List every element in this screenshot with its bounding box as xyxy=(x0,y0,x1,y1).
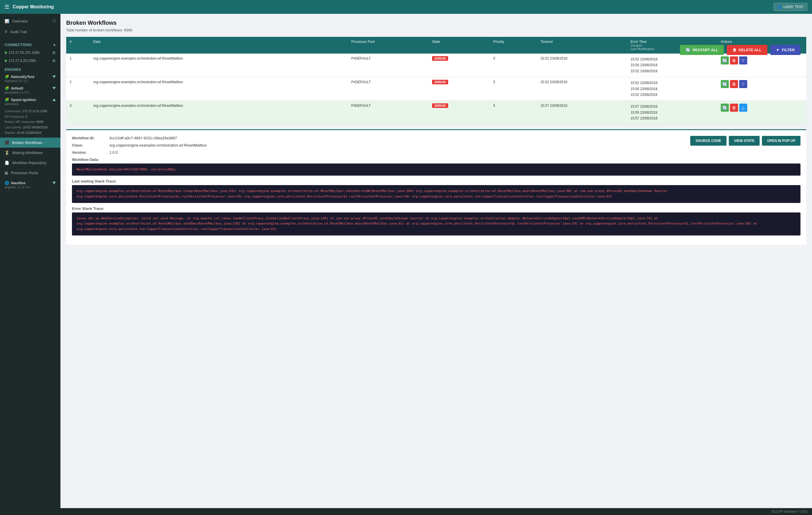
connection-host-2[interactable]: 172.27.8.25:1099 xyxy=(9,59,35,63)
cell-actions-0: 🔄 🗑 ▽ xyxy=(717,54,806,77)
delete-row-button-2[interactable]: 🗑 xyxy=(730,104,738,112)
connection-list: 172.27.55.251:1099 ⚙ 172.27.8.25:1099 ⚙ xyxy=(0,49,60,65)
engine-header-default: 🧩 default xyxy=(5,86,56,90)
last-stack-section: Last waiting Stack Trace: org.copperengi… xyxy=(72,179,801,203)
engine-label-default: default xyxy=(11,86,23,90)
col-data: Data xyxy=(90,37,348,54)
app-title: Copper Monitoring xyxy=(13,4,54,9)
waiting-workflows-icon: ⏳ xyxy=(5,150,9,155)
overview-icon: 📊 xyxy=(5,19,9,23)
connection-host-1[interactable]: 172.27.55.251:1099 xyxy=(9,51,39,55)
spark-connection: 172.27.8.25:1099 xyxy=(23,109,47,113)
overview-info-icon: ⓘ xyxy=(53,19,56,23)
col-num: # xyxy=(66,37,90,54)
col-state: State xyxy=(429,37,490,54)
engine-sub-spark: persistent xyxy=(5,102,56,106)
cell-times-2: 15:57 23/08/2018 15:55 23/08/2018 15:57 … xyxy=(627,101,717,124)
engine-name-default: 🧩 default xyxy=(5,86,23,90)
engine-label-naturally-test: NaturallyTest xyxy=(11,75,34,79)
detail-action-buttons: SOURCE CODE VIEW STATE OPEN IN POP UP xyxy=(690,136,801,146)
cell-state-0: ERROR xyxy=(429,54,490,77)
filter-row-button-1[interactable]: ▽ xyxy=(739,80,747,88)
cell-num-2: 3 xyxy=(66,101,90,124)
processor-pools-icon: ▦ xyxy=(5,171,8,175)
cell-state-1: ERROR xyxy=(429,77,490,101)
class-label: Class: xyxy=(72,143,109,147)
topnav-left: ☰ Copper Monitoring xyxy=(5,4,54,10)
sidebar-item-overview[interactable]: 📊 Overview ⓘ xyxy=(0,16,60,26)
footer-text: SCOOP Software © 2018 xyxy=(772,510,807,513)
filter-row-button-0[interactable]: ▽ xyxy=(739,56,747,64)
connection-left-1: 172.27.55.251:1099 xyxy=(5,51,39,55)
sidebar-item-processor-pools[interactable]: ▦ Processor Pools xyxy=(0,168,60,178)
restart-row-button-2[interactable]: 🔄 xyxy=(721,104,729,112)
delete-all-button[interactable]: 🗑 DELETE ALL xyxy=(727,45,767,55)
cell-pool-1: P#DEFAULT xyxy=(348,77,429,101)
nautilus-icon: 🌐 xyxy=(5,181,9,185)
cell-num-1: 2 xyxy=(66,77,90,101)
delete-row-button-0[interactable]: 🗑 xyxy=(730,56,738,64)
action-bar: 🔄 RESTART ALL 🗑 DELETE ALL ▼ FILTER xyxy=(680,45,801,55)
source-code-button[interactable]: SOURCE CODE xyxy=(690,136,726,146)
workflow-id-label: Workflow ID: xyxy=(72,136,109,140)
delete-row-button-1[interactable]: 🗑 xyxy=(730,80,738,88)
table-row[interactable]: 1 org.copperengine.examples.orchestratio… xyxy=(66,54,806,77)
cell-data-2: org.copperengine.examples.orchestration.… xyxy=(90,101,348,124)
engine-expand-spark[interactable] xyxy=(52,98,56,101)
filter-row-button-2[interactable]: △ xyxy=(739,104,747,112)
engine-collapse-default[interactable] xyxy=(52,87,56,89)
user-menu[interactable]: 👤 USER: TEST xyxy=(774,3,807,11)
user-icon: 👤 xyxy=(778,5,782,9)
engine-header-nautilus: 🌐 Nautilus xyxy=(5,181,56,185)
sidebar-label-audit-trail: Audit Trail xyxy=(10,30,27,34)
restart-icon: 🔄 xyxy=(686,48,690,52)
version-value: 1.0.0 xyxy=(109,150,118,154)
sidebar-item-broken-workflows[interactable]: ⬛ Broken Workflows xyxy=(0,138,60,148)
cell-pool-2: P#DEFAULT xyxy=(348,101,429,124)
table-row[interactable]: 3 org.copperengine.examples.orchestratio… xyxy=(66,101,806,124)
last-stack-label: Last waiting Stack Trace: xyxy=(72,179,801,183)
cell-pool-0: P#DEFAULT xyxy=(348,54,429,77)
view-state-button[interactable]: VIEW STATE xyxy=(729,136,760,146)
spark-broken-wf: 6966 xyxy=(36,120,44,123)
workflow-repository-icon: 📄 xyxy=(5,161,9,165)
detail-panel: Workflow ID: 6cc21bff-a0c7-4897-9231-c5f… xyxy=(66,129,806,245)
restart-all-button[interactable]: 🔄 RESTART ALL xyxy=(680,45,724,55)
hamburger-icon[interactable]: ☰ xyxy=(5,4,9,10)
cell-actions-1: 🔄 🗑 ▽ xyxy=(717,77,806,101)
engine-label-spark: Spark-ignition xyxy=(11,97,36,102)
nautilus-collapse[interactable] xyxy=(52,182,56,184)
sidebar-item-waiting-workflows[interactable]: ⏳ Waiting Workflows xyxy=(0,148,60,158)
top-navigation: ☰ Copper Monitoring 👤 USER: TEST xyxy=(0,0,812,14)
sidebar-label-overview: Overview xyxy=(12,19,28,23)
engine-name-spark: 🧩 Spark-ignition xyxy=(5,97,36,102)
open-popup-button[interactable]: OPEN IN POP UP xyxy=(762,136,801,146)
connection-left-2: 172.27.8.25:1099 xyxy=(5,59,35,63)
engines-label: Engines xyxy=(5,68,21,72)
sidebar-label-processor-pools: Processor Pools xyxy=(11,171,38,175)
cell-times-0: 15:52 23/08/2018 15:50 23/08/2018 15:52 … xyxy=(627,54,717,77)
sidebar-item-audit-trail[interactable]: ≡ Audit Trail xyxy=(0,26,60,37)
restart-row-button-1[interactable]: 🔄 xyxy=(721,80,729,88)
sidebar-label-broken-workflows: Broken Workflows xyxy=(12,141,42,145)
engines-section-header: Engines xyxy=(0,65,60,73)
connection-gear-2[interactable]: ⚙ xyxy=(52,58,56,63)
cell-num-0: 1 xyxy=(66,54,90,77)
engine-sub-naturally-test: tranzient ( 0 / 0 ) xyxy=(5,79,56,83)
cell-times-1: 15:52 23/08/2018 15:50 23/08/2018 15:52 … xyxy=(627,77,717,101)
cell-timeout-2: 15:57 23/08/2018 xyxy=(537,101,627,124)
user-label: USER: TEST xyxy=(783,5,804,9)
cell-data-1: org.copperengine.examples.orchestration.… xyxy=(90,77,348,101)
delete-icon: 🗑 xyxy=(732,48,736,52)
connection-gear-1[interactable]: ⚙ xyxy=(52,50,56,55)
table-row[interactable]: 2 org.copperengine.examples.orchestratio… xyxy=(66,77,806,101)
engine-collapse-naturally-test[interactable] xyxy=(52,76,56,78)
detail-version-row: Version: 1.0.0 xyxy=(72,150,801,154)
add-connection-button[interactable]: + xyxy=(53,42,56,48)
sidebar-label-waiting-workflows: Waiting Workflows xyxy=(12,150,42,155)
restart-row-button-0[interactable]: 🔄 xyxy=(721,56,729,64)
main-layout: 📊 Overview ⓘ ≡ Audit Trail Connections +… xyxy=(0,14,812,508)
page-title: Broken Workflows xyxy=(66,20,806,26)
sidebar-item-workflow-repository[interactable]: 📄 Workflow Repository xyxy=(0,158,60,168)
filter-button[interactable]: ▼ FILTER xyxy=(770,45,801,55)
